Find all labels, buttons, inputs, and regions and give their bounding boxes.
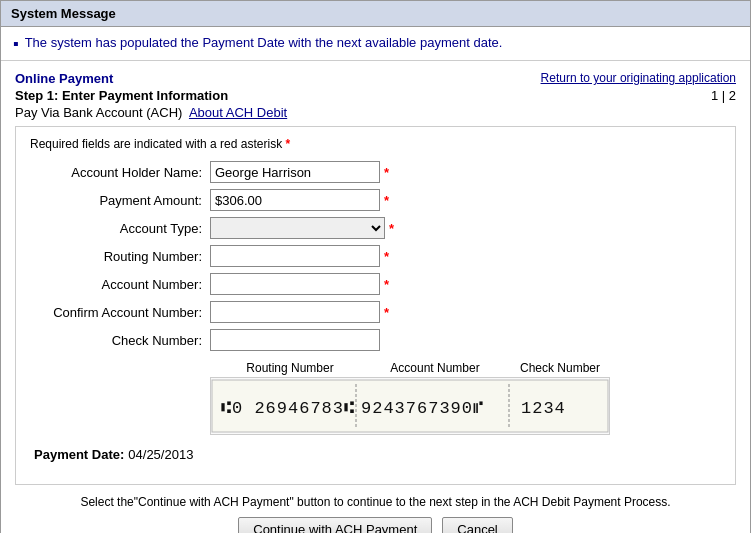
- account-holder-row: Account Holder Name: *: [30, 161, 721, 183]
- routing-number-label: Routing Number:: [30, 249, 210, 264]
- system-message-text: The system has populated the Payment Dat…: [25, 35, 503, 50]
- required-marker: *: [384, 165, 389, 180]
- required-marker: *: [384, 193, 389, 208]
- check-diagram-svg: ⑆0 26946783⑆ 9243767390⑈ 1234: [211, 379, 609, 433]
- check-number-input[interactable]: [210, 329, 380, 351]
- svg-text:9243767390⑈: 9243767390⑈: [361, 399, 484, 418]
- step-header: Step 1: Enter Payment Information 1 | 2: [15, 88, 736, 103]
- check-number-row: Check Number:: [30, 329, 721, 351]
- step-count: 1 | 2: [711, 88, 736, 103]
- account-type-label: Account Type:: [30, 221, 210, 236]
- cancel-button[interactable]: Cancel: [442, 517, 512, 533]
- payment-amount-input[interactable]: [210, 189, 380, 211]
- continue-button[interactable]: Continue with ACH Payment: [238, 517, 432, 533]
- account-number-input[interactable]: [210, 273, 380, 295]
- account-type-row: Account Type: Checking Savings *: [30, 217, 721, 239]
- confirm-account-input[interactable]: [210, 301, 380, 323]
- check-number-label: Check Number:: [30, 333, 210, 348]
- check-diagram: Routing Number Account Number Check Numb…: [210, 361, 721, 435]
- payment-amount-label: Payment Amount:: [30, 193, 210, 208]
- payment-date-label: Payment Date:: [34, 447, 124, 462]
- required-marker: *: [389, 221, 394, 236]
- bottom-instruction: Select the"Continue with ACH Payment" bu…: [15, 495, 736, 509]
- payment-date-row: Payment Date: 04/25/2013: [30, 447, 721, 462]
- required-marker: *: [384, 305, 389, 320]
- button-row: Continue with ACH Payment Cancel: [15, 517, 736, 533]
- account-holder-label: Account Holder Name:: [30, 165, 210, 180]
- svg-text:1234: 1234: [521, 399, 566, 418]
- message-bullet: ▪: [13, 36, 19, 52]
- routing-number-row: Routing Number: *: [30, 245, 721, 267]
- account-type-select[interactable]: Checking Savings: [210, 217, 385, 239]
- confirm-account-label: Confirm Account Number:: [30, 305, 210, 320]
- required-note: Required fields are indicated with a red…: [30, 137, 721, 151]
- main-content: Online Payment Return to your originatin…: [1, 61, 750, 533]
- system-message-body: ▪ The system has populated the Payment D…: [1, 27, 750, 61]
- system-message-header: System Message: [1, 1, 750, 27]
- step-title: Step 1: Enter Payment Information: [15, 88, 228, 103]
- payment-date-value: 04/25/2013: [128, 447, 193, 462]
- return-link[interactable]: Return to your originating application: [541, 71, 736, 85]
- payment-amount-row: Payment Amount: *: [30, 189, 721, 211]
- account-col-label: Account Number: [360, 361, 510, 375]
- form-area: Required fields are indicated with a red…: [15, 126, 736, 485]
- confirm-account-row: Confirm Account Number: *: [30, 301, 721, 323]
- online-payment-label: Online Payment: [15, 71, 113, 86]
- routing-number-input[interactable]: [210, 245, 380, 267]
- required-marker: *: [384, 277, 389, 292]
- required-marker: *: [384, 249, 389, 264]
- account-holder-input[interactable]: [210, 161, 380, 183]
- routing-col-label: Routing Number: [220, 361, 360, 375]
- account-number-label: Account Number:: [30, 277, 210, 292]
- ach-debit-link[interactable]: About ACH Debit: [189, 105, 287, 120]
- svg-text:⑆0 26946783⑆: ⑆0 26946783⑆: [221, 399, 355, 418]
- check-column-labels: Routing Number Account Number Check Numb…: [210, 361, 721, 375]
- top-bar: Online Payment Return to your originatin…: [15, 71, 736, 86]
- check-image: ⑆0 26946783⑆ 9243767390⑈ 1234: [210, 377, 610, 435]
- pay-via-label: Pay Via Bank Account (ACH) About ACH Deb…: [15, 105, 736, 120]
- account-number-row: Account Number: *: [30, 273, 721, 295]
- checknum-col-label: Check Number: [510, 361, 610, 375]
